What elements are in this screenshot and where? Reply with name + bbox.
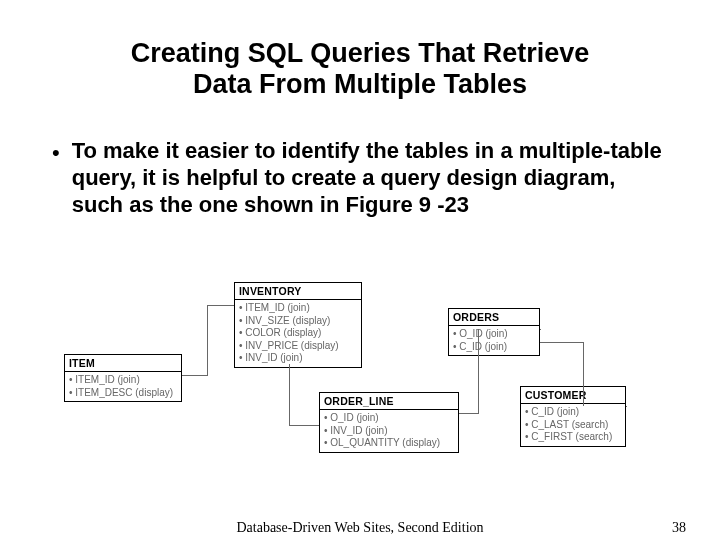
connector: [540, 342, 584, 343]
connector: [540, 329, 541, 330]
box-inventory-row: • COLOR (display): [239, 327, 357, 340]
box-inventory-row: • INV_SIZE (display): [239, 315, 357, 328]
page-number: 38: [672, 520, 686, 536]
box-order-line-row: • INV_ID (join): [324, 425, 454, 438]
box-inventory-title: INVENTORY: [235, 283, 361, 300]
box-item-row: • ITEM_ID (join): [69, 374, 177, 387]
box-orders-row: • C_ID (join): [453, 341, 535, 354]
box-item: ITEM • ITEM_ID (join) • ITEM_DESC (displ…: [64, 354, 182, 402]
connector: [583, 342, 584, 406]
bullet-item: • To make it easier to identify the tabl…: [52, 138, 672, 218]
slide-title: Creating SQL Queries That Retrieve Data …: [48, 38, 672, 100]
box-inventory-row: • ITEM_ID (join): [239, 302, 357, 315]
box-orders-row: • O_ID (join): [453, 328, 535, 341]
box-order-line-title: ORDER_LINE: [320, 393, 458, 410]
bullet-marker: •: [52, 140, 60, 166]
connector: [182, 375, 208, 376]
title-line-1: Creating SQL Queries That Retrieve: [131, 38, 590, 68]
box-inventory-row: • INV_PRICE (display): [239, 340, 357, 353]
connector: [207, 305, 208, 376]
slide: Creating SQL Queries That Retrieve Data …: [0, 0, 720, 540]
box-item-row: • ITEM_DESC (display): [69, 387, 177, 400]
bullet-text: To make it easier to identify the tables…: [72, 138, 672, 218]
connector: [289, 425, 319, 426]
box-customer-row: • C_LAST (search): [525, 419, 621, 432]
connector: [459, 413, 479, 414]
box-customer-row: • C_FIRST (search): [525, 431, 621, 444]
box-customer-title: CUSTOMER: [521, 387, 625, 404]
box-inventory: INVENTORY • ITEM_ID (join) • INV_SIZE (d…: [234, 282, 362, 368]
box-order-line-row: • OL_QUANTITY (display): [324, 437, 454, 450]
box-order-line: ORDER_LINE • O_ID (join) • INV_ID (join)…: [319, 392, 459, 453]
query-design-diagram: ITEM • ITEM_ID (join) • ITEM_DESC (displ…: [64, 282, 654, 472]
box-customer-row: • C_ID (join): [525, 406, 621, 419]
box-customer: CUSTOMER • C_ID (join) • C_LAST (search)…: [520, 386, 626, 447]
connector: [478, 329, 479, 414]
box-order-line-row: • O_ID (join): [324, 412, 454, 425]
connector: [207, 305, 234, 306]
box-item-title: ITEM: [65, 355, 181, 372]
box-inventory-row: • INV_ID (join): [239, 352, 357, 365]
connector: [626, 406, 627, 407]
connector: [289, 364, 290, 426]
title-line-2: Data From Multiple Tables: [193, 69, 527, 99]
box-orders-title: ORDERS: [449, 309, 539, 326]
footer-text: Database-Driven Web Sites, Second Editio…: [0, 520, 720, 536]
box-orders: ORDERS • O_ID (join) • C_ID (join): [448, 308, 540, 356]
